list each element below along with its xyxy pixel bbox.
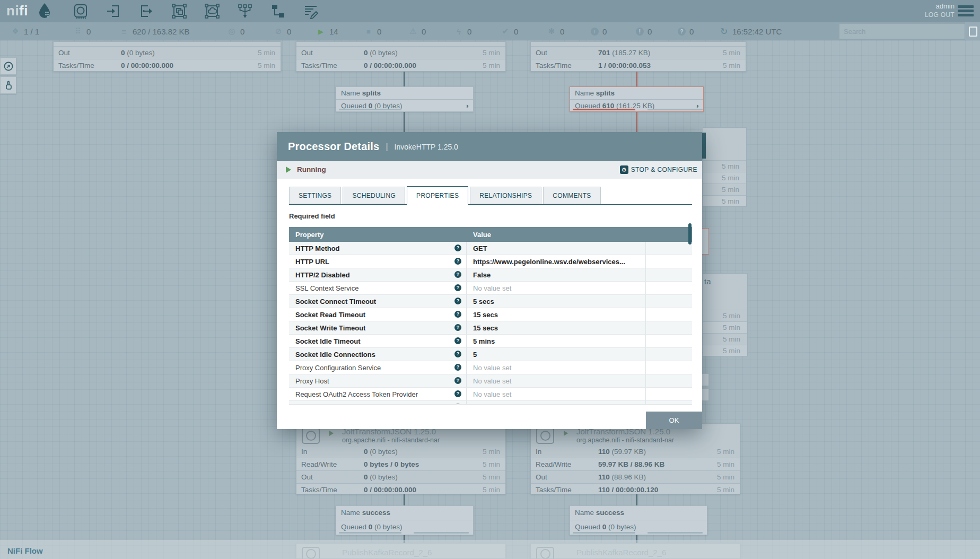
search-input[interactable] bbox=[839, 23, 969, 39]
stat-sync-failure: ?0 bbox=[678, 22, 694, 40]
new-template-button[interactable] bbox=[965, 22, 980, 40]
help-icon[interactable] bbox=[454, 284, 461, 291]
connection-line bbox=[404, 72, 405, 86]
invalid-icon: ⚠ bbox=[408, 27, 418, 36]
processor-stats-box[interactable]: Out0 (0 bytes)5 min Tasks/Time0 / 00:00:… bbox=[296, 41, 506, 72]
processor-stats-box[interactable]: Out701 (185.27 KB)5 min Tasks/Time1 / 00… bbox=[530, 41, 746, 72]
connection-line bbox=[404, 494, 405, 505]
table-header-row: Property Value bbox=[289, 227, 692, 242]
connection-label-splits-backpressure[interactable]: Name splits Queued 610 (161.25 KB)◑ bbox=[570, 86, 704, 112]
navigate-icon bbox=[3, 61, 14, 72]
help-icon[interactable] bbox=[454, 258, 461, 265]
processor-details-dialog: Processor Details | InvokeHTTP 1.25.0 Ru… bbox=[277, 132, 702, 429]
property-row: SSL Context ServiceNo value set bbox=[289, 282, 692, 295]
tab-properties[interactable]: PROPERTIES bbox=[407, 186, 468, 205]
process-group-icon[interactable] bbox=[171, 3, 188, 20]
disabled-icon: ϟ bbox=[454, 27, 463, 36]
property-row: Socket Idle Timeout5 mins bbox=[289, 335, 692, 348]
processor-stats-box[interactable]: Out0 (0 bytes)5 min Tasks/Time0 / 00:00:… bbox=[53, 41, 281, 72]
running-icon: ▶ bbox=[316, 28, 326, 36]
running-status-icon bbox=[564, 431, 568, 436]
tab-settings[interactable]: SETTINGS bbox=[289, 187, 341, 204]
help-icon[interactable] bbox=[454, 404, 461, 405]
connection-line bbox=[636, 494, 637, 505]
global-menu-icon[interactable] bbox=[958, 5, 974, 18]
connection-label-partial bbox=[702, 228, 709, 255]
help-icon[interactable] bbox=[454, 271, 461, 278]
hand-icon bbox=[3, 80, 14, 91]
queue-size-bar bbox=[573, 109, 635, 110]
connection-label-success[interactable]: Name success Queued 0 (0 bytes) bbox=[570, 505, 707, 535]
operate-palette-button[interactable] bbox=[0, 76, 16, 94]
queue-size-bar bbox=[648, 532, 703, 534]
queue-size-bar bbox=[648, 109, 703, 110]
connection-label-success[interactable]: Name success Queued 0 (0 bytes) bbox=[336, 505, 474, 535]
help-icon[interactable] bbox=[454, 390, 461, 397]
table-scrollbar-thumb[interactable] bbox=[688, 223, 692, 244]
navigate-palette-button[interactable] bbox=[0, 57, 16, 75]
refresh-status[interactable]: ↻16:52:42 UTC bbox=[719, 22, 782, 40]
connection-label-partial bbox=[702, 373, 709, 386]
processor-type-version: InvokeHTTP 1.25.0 bbox=[395, 143, 458, 151]
queue-size-bar bbox=[573, 532, 635, 534]
last-refresh-time: 16:52:42 UTC bbox=[732, 27, 782, 36]
stat-running: ▶14 bbox=[316, 22, 338, 40]
connection-label-splits[interactable]: Name splits Queued 0 (0 bytes)◑ bbox=[336, 86, 474, 112]
logout-link[interactable]: LOG OUT bbox=[870, 11, 955, 19]
processor-partial[interactable]: ta 5 min 5 min 5 min 5 min bbox=[703, 273, 748, 356]
stat-disabled: ϟ0 bbox=[454, 22, 471, 40]
locally-modified-icon: ✱ bbox=[547, 27, 556, 36]
stat-queued: ≡620 / 163.82 KB bbox=[119, 22, 190, 40]
stat-invalid: ⚠0 bbox=[408, 22, 426, 40]
help-icon[interactable] bbox=[454, 298, 461, 304]
property-row: HTTP MethodGET bbox=[289, 242, 692, 255]
required-field-note: Required field bbox=[289, 212, 335, 220]
processor-type-icon bbox=[536, 427, 554, 444]
help-icon[interactable] bbox=[454, 324, 461, 331]
document-icon bbox=[969, 27, 977, 37]
breadcrumb[interactable]: NiFi Flow bbox=[7, 546, 43, 555]
stopped-icon: ■ bbox=[364, 28, 373, 36]
funnel-icon[interactable] bbox=[237, 3, 253, 20]
ok-button[interactable]: OK bbox=[646, 412, 702, 429]
connection-line bbox=[636, 72, 637, 86]
output-port-icon[interactable] bbox=[138, 3, 155, 20]
processor-icon[interactable] bbox=[72, 3, 89, 20]
processor-status-strip bbox=[702, 133, 706, 159]
nifi-drop-icon bbox=[35, 2, 54, 21]
queue-size-bar bbox=[339, 532, 401, 534]
property-row: HTTP URLhttps://www.pegelonline.wsv.de/w… bbox=[289, 255, 692, 268]
property-row: Socket Idle Connections5 bbox=[289, 348, 692, 361]
processor-partial[interactable]: 5 min 5 min 5 min 5 min bbox=[703, 127, 747, 207]
template-icon[interactable] bbox=[269, 3, 286, 20]
thread-grid-icon: ⠿ bbox=[73, 27, 83, 36]
property-row: Proxy HostNo value set bbox=[289, 374, 692, 388]
processor-jolt-transform[interactable]: JoltTransformJSON 1.25.0 org.apache.nifi… bbox=[530, 423, 740, 494]
stop-and-configure-button[interactable]: ⚙ STOP & CONFIGURE bbox=[620, 165, 697, 174]
running-status-icon bbox=[286, 167, 291, 173]
tab-relationships[interactable]: RELATIONSHIPS bbox=[470, 187, 541, 204]
locally-modified-stale-icon: ! bbox=[636, 28, 644, 36]
help-icon[interactable] bbox=[454, 351, 461, 357]
property-row: Request OAuth2 Access Token ProviderNo v… bbox=[289, 388, 692, 401]
help-icon[interactable] bbox=[454, 311, 461, 318]
gear-icon: ⚙ bbox=[620, 165, 628, 174]
tab-scheduling[interactable]: SCHEDULING bbox=[343, 187, 405, 204]
transmitting-icon: ◎ bbox=[227, 27, 237, 36]
dialog-title: Processor Details bbox=[288, 141, 379, 153]
help-icon[interactable] bbox=[454, 244, 461, 251]
remote-process-group-icon[interactable] bbox=[204, 3, 221, 20]
processor-jolt-transform[interactable]: JoltTransformJSON 1.25.0 org.apache.nifi… bbox=[296, 423, 506, 494]
tab-comments[interactable]: COMMENTS bbox=[543, 187, 600, 204]
help-icon[interactable] bbox=[454, 337, 461, 344]
refresh-icon[interactable]: ↻ bbox=[719, 26, 729, 37]
help-icon[interactable] bbox=[454, 364, 461, 371]
stale-icon: ↑ bbox=[591, 28, 599, 36]
help-icon[interactable] bbox=[454, 377, 461, 384]
not-transmitting-icon: ⊘ bbox=[274, 27, 283, 36]
run-status-text: Running bbox=[297, 165, 326, 173]
input-port-icon[interactable] bbox=[105, 3, 122, 20]
connection-label-partial bbox=[702, 388, 709, 401]
connection-line bbox=[404, 112, 405, 132]
label-icon[interactable] bbox=[302, 3, 319, 20]
